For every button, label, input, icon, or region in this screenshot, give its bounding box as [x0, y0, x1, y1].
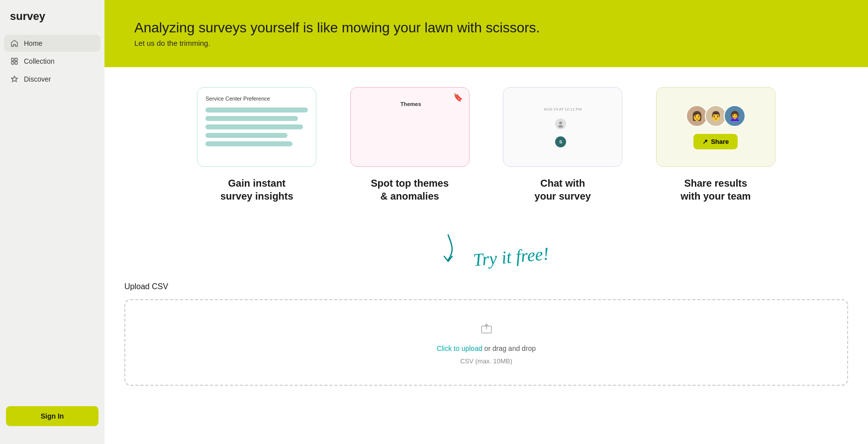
try-arrow-icon [433, 232, 463, 272]
survey-bar-2 [205, 116, 297, 121]
feature-card-chat: AUG 24 AT 12:11 PM S Chat withyour surve… [494, 87, 632, 203]
survey-visual: Service Center Preference [197, 87, 316, 167]
themes-visual: 🔖 Themes [350, 87, 470, 167]
sidebar-item-home-label: Home [24, 39, 42, 47]
share-button[interactable]: ↗ Share [693, 134, 738, 149]
survey-bar-5 [205, 141, 292, 146]
feature-label-themes: Spot top themes& anomalies [371, 177, 449, 203]
features-grid: Service Center Preference Gain instantsu… [188, 87, 785, 203]
feature-label-insights: Gain instantsurvey insights [220, 177, 293, 203]
themes-row-2 [408, 137, 412, 153]
chat-row-1 [555, 118, 570, 129]
themes-card-title: Themes [398, 101, 421, 107]
survey-card-title: Service Center Preference [205, 96, 270, 102]
sidebar-item-collection[interactable]: Collection [4, 53, 100, 70]
avatars-row: 👩 👨 👩‍🦱 [686, 105, 746, 127]
upload-label: Upload CSV [124, 282, 848, 291]
chat-timestamp: AUG 24 AT 12:11 PM [544, 107, 581, 111]
svg-point-6 [558, 125, 563, 127]
home-icon [10, 39, 19, 48]
try-free-section: Try it free! [104, 218, 868, 277]
survey-bar-4 [205, 133, 288, 138]
upload-click-text: Click to upload or drag and drop [437, 344, 536, 352]
banner-title: Analyzing surveys yourself is like mowin… [134, 20, 838, 36]
themes-row-1 [408, 117, 412, 133]
sidebar-nav: Home Collection Discover [0, 35, 104, 398]
chat-row-2: S [555, 136, 570, 147]
share-icon: ↗ [702, 138, 708, 145]
feature-label-chat: Chat withyour survey [535, 177, 591, 203]
svg-rect-2 [11, 62, 14, 64]
feature-card-insights: Service Center Preference Gain instantsu… [188, 87, 326, 203]
sidebar: survey Home Collection [0, 0, 104, 444]
svg-marker-4 [11, 76, 17, 82]
discover-icon [10, 75, 19, 84]
feature-card-share: 👩 👨 👩‍🦱 ↗ Share Share resultswith your t… [647, 87, 785, 203]
feature-label-share: Share resultswith your team [680, 177, 751, 203]
upload-hint: CSV (max. 10MB) [460, 357, 512, 365]
feature-card-themes: 🔖 Themes Spot top themes& anomalies [341, 87, 479, 203]
app-logo: survey [0, 10, 104, 35]
survey-bar-1 [205, 108, 308, 112]
svg-rect-1 [15, 58, 17, 61]
hero-banner: Analyzing surveys yourself is like mowin… [104, 0, 868, 67]
survey-bar-3 [205, 124, 303, 129]
sidebar-item-collection-label: Collection [24, 57, 54, 65]
svg-point-5 [559, 121, 562, 124]
svg-rect-0 [11, 58, 14, 61]
banner-subtitle: Let us do the trimming. [134, 39, 838, 47]
main-content: Analyzing surveys yourself is like mowin… [104, 0, 868, 444]
upload-or-text: or drag and drop [484, 344, 536, 352]
upload-click-link[interactable]: Click to upload [437, 344, 482, 352]
upload-icon [479, 320, 494, 339]
upload-dropzone[interactable]: Click to upload or drag and drop CSV (ma… [124, 299, 848, 386]
share-btn-label: Share [711, 138, 729, 145]
try-free-group: Try it free! [433, 232, 539, 272]
bookmark-icon: 🔖 [453, 93, 463, 102]
chat-visual: AUG 24 AT 12:11 PM S [503, 87, 622, 167]
avatar-3: 👩‍🦱 [724, 105, 746, 127]
share-visual: 👩 👨 👩‍🦱 ↗ Share [656, 87, 775, 167]
upload-section: Upload CSV Click to upload or drag and d… [104, 277, 868, 401]
try-free-text: Try it free! [473, 243, 550, 270]
chat-avatar-1 [555, 118, 566, 129]
svg-rect-3 [15, 62, 17, 64]
sign-in-button[interactable]: Sign In [6, 406, 98, 426]
sidebar-item-discover[interactable]: Discover [4, 71, 100, 88]
chat-avatar-2: S [555, 136, 566, 147]
collection-icon [10, 57, 19, 66]
sidebar-item-home[interactable]: Home [4, 35, 100, 52]
sidebar-bottom: Sign In [0, 398, 104, 434]
features-section: Service Center Preference Gain instantsu… [104, 67, 868, 218]
sidebar-item-discover-label: Discover [24, 75, 51, 83]
